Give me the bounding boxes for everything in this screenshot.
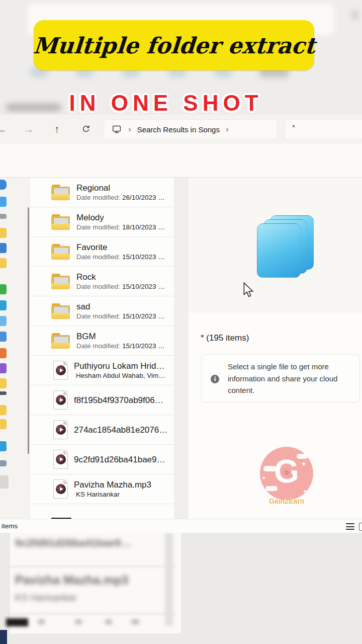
audio-row[interactable]: Puthiyoru Lokam Hrid… Hesham Abdul Wahab… bbox=[30, 356, 174, 385]
folder-icon bbox=[51, 302, 70, 320]
breadcrumb-path[interactable]: Search Results in Songs bbox=[137, 125, 220, 134]
folder-row[interactable]: BGM Date modified:15/10/2023 … bbox=[30, 326, 174, 356]
nav-pane-icon[interactable] bbox=[0, 378, 7, 388]
file-name: 274ac1854ab81e2076… bbox=[74, 425, 167, 435]
blurred-text: Pavizha Mazha.mp3 bbox=[15, 573, 128, 587]
file-name: sad bbox=[76, 301, 165, 312]
file-name: Rock bbox=[76, 272, 165, 282]
file-meta: Hesham Abdul Wahab, Vim… bbox=[74, 371, 165, 380]
nav-pane-icon[interactable] bbox=[0, 197, 7, 207]
audio-file-icon bbox=[53, 361, 68, 380]
explorer-nav-bar: ← → ↑ › Search Results in Songs › * bbox=[0, 115, 362, 144]
title-banner: Multiple folder extract bbox=[34, 20, 314, 70]
nav-pane-icon[interactable] bbox=[0, 284, 7, 294]
preview-pane bbox=[189, 178, 362, 313]
file-list: Regional Date modified:26/10/2023 … Melo… bbox=[30, 178, 174, 519]
nav-pane-icon[interactable] bbox=[0, 180, 7, 190]
file-meta: Date modified:15/10/2023 … bbox=[76, 253, 165, 262]
nav-pane-icon[interactable] bbox=[0, 405, 7, 415]
nav-pane-icon[interactable] bbox=[0, 441, 7, 451]
info-icon: i bbox=[211, 375, 219, 383]
blurred-text: KS Harisankar bbox=[15, 592, 77, 603]
nav-pane-icon[interactable] bbox=[0, 348, 7, 358]
audio-file-icon bbox=[53, 479, 68, 499]
file-name: Melody bbox=[76, 212, 165, 223]
nav-pane-icon[interactable] bbox=[0, 475, 9, 489]
file-name: Favorite bbox=[76, 242, 165, 253]
up-icon[interactable]: ↑ bbox=[48, 115, 65, 144]
nav-pane-icon[interactable] bbox=[0, 363, 7, 373]
audio-row[interactable]: 9c2fd91d26ba41bae9… bbox=[30, 445, 174, 474]
folder-row[interactable]: sad Date modified:15/10/2023 … bbox=[30, 296, 174, 326]
nav-pane-icon[interactable] bbox=[0, 214, 7, 219]
nav-pane-icon[interactable] bbox=[0, 332, 7, 342]
status-bar: items bbox=[0, 519, 362, 533]
nav-pane-icon[interactable] bbox=[0, 300, 7, 310]
search-input[interactable]: * bbox=[285, 119, 362, 139]
selection-title: * (195 items) bbox=[201, 333, 249, 343]
folder-row[interactable]: Melody Date modified:18/10/2023 … bbox=[30, 207, 174, 237]
file-row-partial[interactable] bbox=[30, 504, 174, 519]
explorer-toolbar: New ˅ bbox=[0, 144, 362, 178]
nav-pane-icon[interactable] bbox=[0, 316, 7, 326]
audio-file-icon bbox=[53, 420, 68, 439]
nav-pane-icon[interactable] bbox=[0, 228, 7, 238]
video-frame: Multiple folder extract In one shot ← → … bbox=[0, 0, 362, 644]
file-name: 9c2fd91d26ba41bae9… bbox=[74, 454, 165, 465]
file-name: Puthiyoru Lokam Hrid… bbox=[74, 361, 165, 371]
taskbar-fragment bbox=[0, 630, 7, 644]
refresh-icon[interactable] bbox=[77, 115, 95, 144]
subtitle-text: In one shot bbox=[0, 91, 332, 116]
nav-pane-icon[interactable] bbox=[0, 258, 7, 268]
chevron-right-icon: › bbox=[128, 124, 131, 134]
view-toggle-icon[interactable] bbox=[359, 523, 362, 531]
list-view-icon[interactable] bbox=[346, 523, 354, 530]
pane-divider bbox=[174, 178, 189, 519]
breadcrumb[interactable]: › Search Results in Songs › bbox=[104, 119, 278, 139]
audio-row[interactable]: Pavizha Mazha.mp3 KS Harisankar bbox=[30, 474, 174, 504]
file-meta: Date modified:15/10/2023 … bbox=[76, 282, 165, 291]
audio-file-icon bbox=[53, 390, 68, 410]
folder-row[interactable]: Regional Date modified:26/10/2023 … bbox=[30, 178, 174, 207]
folder-icon bbox=[51, 213, 70, 231]
mouse-cursor bbox=[242, 282, 254, 297]
multi-file-icon bbox=[257, 223, 301, 278]
forward-icon[interactable]: → bbox=[20, 115, 37, 144]
audio-file-icon bbox=[53, 450, 68, 469]
file-name: f8f195b4f9370ab9f06… bbox=[74, 395, 163, 406]
file-meta: Date modified:26/10/2023 … bbox=[76, 193, 165, 202]
nav-pane-icon[interactable] bbox=[0, 419, 7, 429]
audio-row[interactable]: 274ac1854ab81e2076… bbox=[30, 415, 174, 445]
blurred-footer: 9c2fd91d26ba41bae9… Pavizha Mazha.mp3 KS… bbox=[0, 533, 362, 644]
item-count: items bbox=[2, 522, 18, 530]
nav-pane-icon[interactable] bbox=[0, 243, 7, 253]
file-meta: Date modified:15/10/2023 … bbox=[76, 342, 165, 351]
chevron-right-icon: › bbox=[226, 124, 229, 134]
audio-row[interactable]: f8f195b4f9370ab9f06… bbox=[30, 385, 174, 415]
watermark-label: Gain2Earn bbox=[258, 497, 315, 505]
monitor-icon bbox=[111, 124, 122, 135]
file-name: Regional bbox=[76, 183, 165, 193]
folder-row[interactable]: Favorite Date modified:15/10/2023 … bbox=[30, 237, 174, 267]
folder-icon bbox=[51, 183, 70, 201]
watermark-logo: ✦ ✦ ✦ G ☺ Gain2Earn bbox=[258, 446, 315, 509]
file-meta: KS Harisankar bbox=[74, 490, 151, 499]
folder-icon bbox=[51, 243, 70, 261]
nav-pane-icon[interactable] bbox=[0, 460, 7, 466]
file-name: BGM bbox=[76, 331, 165, 342]
file-name: Pavizha Mazha.mp3 bbox=[74, 479, 151, 490]
banner-title: Multiple folder extract bbox=[32, 33, 316, 58]
info-message: Select a single file to get more informa… bbox=[228, 361, 356, 396]
nav-pane bbox=[0, 178, 30, 519]
nav-pane-scrollbar[interactable] bbox=[28, 207, 29, 454]
folder-icon bbox=[51, 272, 70, 290]
back-icon[interactable]: ← bbox=[0, 115, 10, 144]
folder-icon bbox=[51, 332, 70, 350]
info-box: i Select a single file to get more infor… bbox=[201, 354, 360, 403]
watermark-face: ☺ bbox=[282, 468, 292, 477]
file-meta: Date modified:18/10/2023 … bbox=[76, 223, 165, 232]
blurred-text: 9c2fd91d26ba41bae9… bbox=[15, 537, 131, 549]
nav-pane-icon[interactable] bbox=[0, 391, 7, 395]
folder-row[interactable]: Rock Date modified:15/10/2023 … bbox=[30, 267, 174, 296]
file-meta: Date modified:15/10/2023 … bbox=[76, 312, 165, 321]
